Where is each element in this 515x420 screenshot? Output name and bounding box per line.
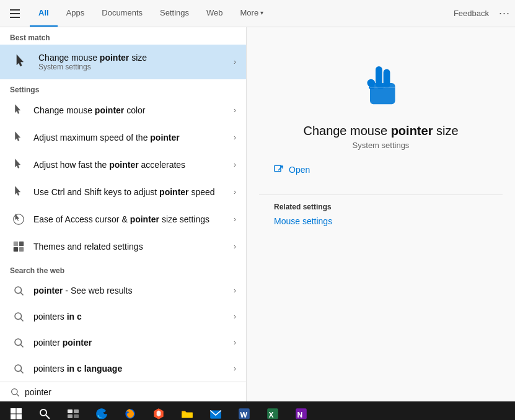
taskbar-search-icon <box>38 407 51 420</box>
tab-bar-right: Feedback ··· <box>454 7 510 20</box>
settings-item-4[interactable]: Use Ctrl and Shift keys to adjust pointe… <box>0 178 246 206</box>
settings-arrow-5: › <box>234 215 236 224</box>
best-match-text: Change mouse pointer size System setting… <box>38 53 234 71</box>
right-panel-cursor-icon <box>344 52 418 114</box>
svg-line-8 <box>20 318 23 321</box>
excel-button[interactable]: X <box>259 403 286 420</box>
edge-button[interactable] <box>88 403 115 420</box>
file-explorer-icon <box>180 407 194 420</box>
web-arrow-1: › <box>234 286 236 295</box>
svg-rect-29 <box>68 409 73 413</box>
web-item-2[interactable]: pointers in c › <box>0 304 246 330</box>
start-button[interactable] <box>2 403 30 420</box>
settings-item-text-1: Change mouse pointer color <box>33 105 234 115</box>
web-item-text-3: pointer pointer <box>33 338 234 348</box>
settings-item-5[interactable]: Ease of Access cursor & pointer size set… <box>0 206 246 233</box>
web-item-4[interactable]: pointers in c language › <box>0 356 246 382</box>
tab-bar: All Apps Documents Settings Web More ▾ F… <box>0 0 515 27</box>
pointer-settings-icon-2 <box>10 129 27 146</box>
feedback-button[interactable]: Feedback <box>454 9 489 18</box>
task-view-icon <box>66 407 80 420</box>
search-web-label: Search the web <box>0 260 246 278</box>
settings-item-3[interactable]: Adjust how fast the pointer accelerates … <box>0 151 246 178</box>
task-view-button[interactable] <box>59 403 87 420</box>
word-icon: W <box>237 407 251 420</box>
right-panel: Change mouse pointer size System setting… <box>246 27 515 401</box>
svg-rect-30 <box>74 409 79 413</box>
pointer-settings-icon-5 <box>10 211 27 228</box>
tab-apps[interactable]: Apps <box>58 0 94 27</box>
tab-more[interactable]: More ▾ <box>232 0 273 27</box>
svg-rect-32 <box>74 414 79 418</box>
themes-icon <box>10 238 27 255</box>
svg-line-10 <box>20 344 23 347</box>
svg-point-20 <box>367 79 375 87</box>
tab-web[interactable]: Web <box>198 0 232 27</box>
mail-button[interactable] <box>202 403 229 420</box>
search-input[interactable] <box>25 387 236 397</box>
svg-point-5 <box>15 287 22 294</box>
settings-item-text-3: Adjust how fast the pointer accelerates <box>33 160 234 170</box>
svg-rect-4 <box>19 247 24 252</box>
onenote-button[interactable]: N <box>288 403 315 420</box>
best-match-subtitle: System settings <box>38 63 234 71</box>
web-item-1[interactable]: pointer - See web results › <box>0 278 246 304</box>
more-options-button[interactable]: ··· <box>499 7 510 20</box>
svg-rect-3 <box>14 247 18 252</box>
settings-item-1[interactable]: Change mouse pointer color › <box>0 97 246 124</box>
svg-rect-36 <box>182 413 193 418</box>
best-match-label: Best match <box>0 27 246 45</box>
chevron-down-icon: ▾ <box>260 9 263 16</box>
svg-line-12 <box>20 370 23 373</box>
search-window: All Apps Documents Settings Web More ▾ F… <box>0 0 515 401</box>
web-arrow-4: › <box>234 364 236 373</box>
taskbar-search-button[interactable] <box>31 403 58 420</box>
tab-all[interactable]: All <box>30 0 58 27</box>
search-web-icon-4 <box>10 360 27 377</box>
onenote-icon: N <box>294 407 308 420</box>
mail-icon <box>209 407 222 420</box>
open-button[interactable]: Open <box>259 165 310 175</box>
settings-label: Settings <box>0 79 246 97</box>
svg-rect-31 <box>68 414 73 418</box>
settings-item-text-5: Ease of Access cursor & pointer size set… <box>33 214 234 224</box>
firefox-button[interactable] <box>117 403 144 420</box>
settings-item-6[interactable]: Themes and related settings › <box>0 233 246 260</box>
svg-point-9 <box>15 339 22 346</box>
settings-arrow-2: › <box>234 133 236 142</box>
word-button[interactable]: W <box>231 403 258 420</box>
brave-button[interactable] <box>145 403 172 420</box>
svg-point-0 <box>14 214 24 225</box>
web-arrow-2: › <box>234 312 236 321</box>
file-explorer-button[interactable] <box>174 403 201 420</box>
web-item-3[interactable]: pointer pointer › <box>0 330 246 356</box>
firefox-icon <box>123 407 137 420</box>
settings-item-text-2: Adjust maximum speed of the pointer <box>33 133 234 142</box>
web-item-text-1: pointer - See web results <box>33 286 234 295</box>
web-item-text-4: pointers in c language <box>33 364 234 374</box>
open-icon <box>274 165 284 175</box>
svg-point-11 <box>15 365 22 372</box>
tab-documents[interactable]: Documents <box>93 0 151 27</box>
best-match-item[interactable]: Change mouse pointer size System setting… <box>0 45 246 79</box>
tab-settings[interactable]: Settings <box>151 0 198 27</box>
left-panel: Best match Change mouse pointer size Sys… <box>0 27 246 401</box>
svg-rect-18 <box>377 84 384 89</box>
search-input-row <box>0 382 246 401</box>
svg-rect-1 <box>14 242 18 246</box>
hamburger-button[interactable] <box>5 4 25 24</box>
brave-icon <box>152 407 165 420</box>
settings-item-text-4: Use Ctrl and Shift keys to adjust pointe… <box>33 187 234 197</box>
settings-arrow-3: › <box>234 160 236 169</box>
search-web-icon-2 <box>10 308 27 325</box>
right-panel-subtitle: System settings <box>353 141 410 150</box>
settings-item-title-3: Adjust how fast the pointer accelerates <box>33 160 234 170</box>
settings-item-2[interactable]: Adjust maximum speed of the pointer › <box>0 124 246 151</box>
mouse-settings-link[interactable]: Mouse settings <box>259 216 332 226</box>
best-match-title: Change mouse pointer size <box>38 53 234 63</box>
web-arrow-3: › <box>234 338 236 347</box>
svg-rect-2 <box>19 242 24 246</box>
best-match-arrow: › <box>234 58 236 66</box>
search-web-icon-3 <box>10 334 27 351</box>
web-item-text-2: pointers in c <box>33 312 234 322</box>
